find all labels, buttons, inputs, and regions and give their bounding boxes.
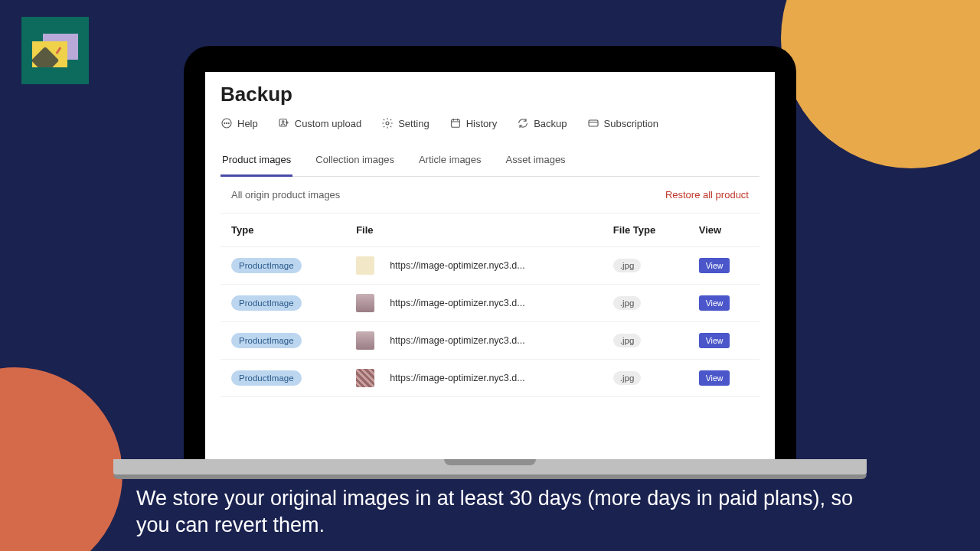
svg-point-6 xyxy=(386,122,389,125)
view-button[interactable]: View xyxy=(699,258,730,273)
thumbnail-icon xyxy=(356,369,374,387)
decor-blob-orange xyxy=(0,367,122,551)
svg-point-1 xyxy=(224,122,225,123)
view-button[interactable]: View xyxy=(699,370,730,386)
laptop-base xyxy=(113,459,867,474)
file-url: https://image-optimizer.nyc3.d... xyxy=(390,373,524,383)
chat-icon xyxy=(220,117,233,129)
svg-point-2 xyxy=(226,122,227,123)
file-url: https://image-optimizer.nyc3.d... xyxy=(390,260,524,271)
custom-upload-button[interactable]: Custom upload xyxy=(278,117,361,129)
thumbnail-icon xyxy=(356,331,374,350)
table-row: ProductImage https://image-optimizer.nyc… xyxy=(220,247,760,285)
filetype-pill: .jpg xyxy=(613,334,642,347)
file-url: https://image-optimizer.nyc3.d... xyxy=(390,335,524,346)
subscription-button[interactable]: Subscription xyxy=(587,117,659,129)
help-button[interactable]: Help xyxy=(220,117,258,129)
view-button[interactable]: View xyxy=(699,295,730,311)
backup-label: Backup xyxy=(534,118,567,129)
app-logo xyxy=(21,17,89,84)
panel-header: All origin product images Restore all pr… xyxy=(220,177,760,214)
upload-user-icon xyxy=(278,117,290,129)
tab-article-images[interactable]: Article images xyxy=(417,149,483,176)
filetype-pill: .jpg xyxy=(613,296,642,310)
svg-point-5 xyxy=(282,121,284,123)
svg-rect-8 xyxy=(589,120,598,126)
file-url: https://image-optimizer.nyc3.d... xyxy=(390,298,524,308)
table-row: ProductImage https://image-optimizer.nyc… xyxy=(220,322,760,360)
col-filetype: File Type xyxy=(613,224,699,236)
type-badge: ProductImage xyxy=(231,333,302,348)
tabs: Product images Collection images Article… xyxy=(220,149,760,177)
svg-rect-7 xyxy=(451,119,459,127)
col-file: File xyxy=(356,224,613,236)
history-button[interactable]: History xyxy=(449,117,497,129)
laptop-mock: Backup Help Custom upload Setting xyxy=(184,46,796,474)
marketing-caption: We store your original images in at leas… xyxy=(136,485,888,539)
backup-button[interactable]: Backup xyxy=(517,117,567,129)
table-row: ProductImage https://image-optimizer.nyc… xyxy=(220,360,760,397)
type-badge: ProductImage xyxy=(231,258,302,273)
table-header: Type File File Type View xyxy=(220,214,760,247)
tab-collection-images[interactable]: Collection images xyxy=(314,149,396,176)
refresh-icon xyxy=(517,117,529,129)
col-view: View xyxy=(699,224,749,236)
table-row: ProductImage https://image-optimizer.nyc… xyxy=(220,285,760,322)
page-title: Backup xyxy=(220,83,760,106)
restore-all-link[interactable]: Restore all product xyxy=(665,189,749,201)
setting-button[interactable]: Setting xyxy=(381,117,429,129)
help-label: Help xyxy=(237,118,258,129)
thumbnail-icon xyxy=(356,256,374,275)
decor-blob-yellow xyxy=(781,0,980,168)
svg-point-3 xyxy=(228,122,229,123)
filetype-pill: .jpg xyxy=(613,371,642,385)
view-button[interactable]: View xyxy=(699,333,730,348)
calendar-icon xyxy=(449,117,462,129)
type-badge: ProductImage xyxy=(231,370,302,386)
custom-upload-label: Custom upload xyxy=(295,118,361,129)
thumbnail-icon xyxy=(356,294,374,312)
gear-icon xyxy=(381,117,394,129)
filetype-pill: .jpg xyxy=(613,259,642,272)
setting-label: Setting xyxy=(398,118,429,129)
toolbar: Help Custom upload Setting History xyxy=(220,117,760,129)
history-label: History xyxy=(466,118,497,129)
type-badge: ProductImage xyxy=(231,295,302,311)
col-type: Type xyxy=(231,224,356,236)
panel-heading: All origin product images xyxy=(231,189,340,201)
card-icon xyxy=(587,117,599,129)
subscription-label: Subscription xyxy=(604,118,659,129)
tab-product-images[interactable]: Product images xyxy=(220,149,292,177)
tab-asset-images[interactable]: Asset images xyxy=(505,149,567,176)
